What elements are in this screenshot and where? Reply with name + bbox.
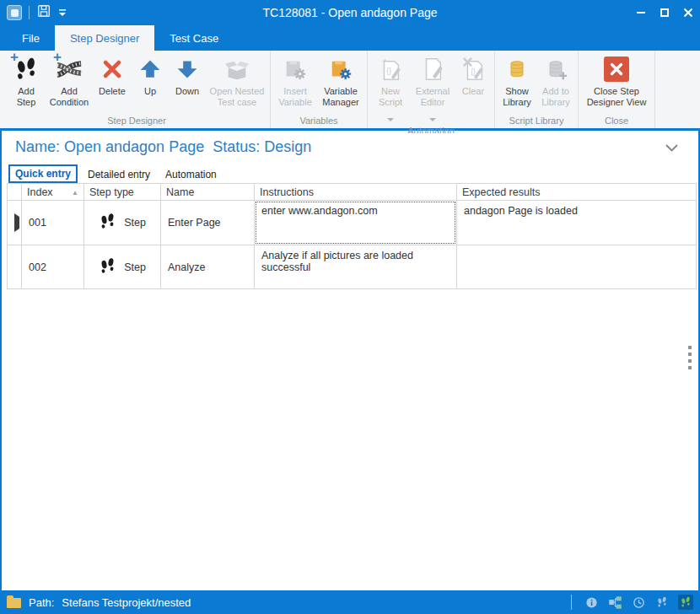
group-label-step-designer: Step Designer [6,115,267,129]
sort-ascending-icon: ▲ [72,189,78,197]
status-bar: Path: Stefans Testprojekt/nested [0,590,700,614]
down-button[interactable]: Down [168,52,207,115]
ribbon-group-script-library: Show Library [495,51,579,128]
steps-table: Index ▲ Step type Name Instructions Expe… [7,183,697,289]
expected-results-cell[interactable] [457,245,697,289]
delete-icon [98,55,127,83]
save-icon[interactable] [36,3,51,22]
path-label: Path: [29,596,54,609]
close-step-designer-view-label: Close Step Designer View [583,86,650,108]
qat-customize-dropdown-icon[interactable] [58,5,67,20]
folder-icon [7,598,21,608]
app-window: TC128081 - Open andagon Page File Step D… [0,0,700,614]
name-cell[interactable]: Enter Page [161,201,255,245]
footsteps-gray-icon[interactable] [654,595,670,610]
table-header-row: Index ▲ Step type Name Instructions Expe… [8,184,697,201]
subtab-automation[interactable]: Automation [158,166,224,183]
up-label: Up [144,86,156,97]
column-header-index[interactable]: Index ▲ [22,184,84,201]
expected-results-cell[interactable]: andagon Page is loaded [457,201,697,245]
footsteps-icon [99,257,116,277]
row-indicator-cell [8,245,22,289]
hierarchy-icon[interactable] [607,595,622,610]
open-nested-test-case-label: Open Nested Test case [208,86,266,108]
name-cell[interactable]: Analyze [161,245,255,289]
add-step-button[interactable]: + Add Step [6,52,46,115]
minimize-button[interactable] [629,0,653,25]
delete-label: Delete [99,86,126,97]
ribbon-group-close: Close Step Designer View Close [579,51,655,128]
table-row[interactable]: 001 Step Enter P [8,201,697,245]
splitter-grip-handle[interactable] [688,346,692,369]
close-button[interactable] [676,0,700,25]
title-bar: TC128081 - Open andagon Page [0,0,700,25]
table-row[interactable]: 002 Step Analyze [8,245,697,289]
column-header-name[interactable]: Name [161,184,255,201]
variable-manager-button[interactable]: Variable Manager [317,52,364,115]
ribbon-group-step-designer: + Add Step + [3,51,271,128]
external-editor-button[interactable]: External Editor [411,52,455,125]
step-type-label: Step [124,217,146,229]
up-arrow-icon [136,55,164,83]
ribbon-group-variables: Insert Variable Variable Manager Variabl… [271,51,368,128]
index-cell[interactable]: 002 [22,245,84,289]
maximize-button[interactable] [653,0,676,25]
add-to-library-label: Add to Library [538,86,573,108]
add-to-library-button[interactable]: Add to Library [536,52,575,115]
subtab-detailed-entry[interactable]: Detailed entry [80,166,158,183]
info-icon[interactable] [584,595,599,610]
status-separator [571,595,572,610]
clear-button[interactable]: {} Clear [455,52,492,115]
close-step-designer-view-icon [602,55,631,83]
clear-label: Clear [462,86,484,97]
insert-variable-button[interactable]: Insert Variable [273,52,317,115]
external-editor-dropdown-icon[interactable] [429,110,436,125]
step-type-cell[interactable]: Step [84,245,161,289]
new-script-icon: {} [376,55,405,83]
tab-step-designer[interactable]: Step Designer [55,25,154,51]
close-step-designer-view-button[interactable]: Close Step Designer View [581,52,652,115]
index-cell[interactable]: 001 [22,201,84,245]
step-type-cell[interactable]: Step [84,201,161,245]
status-bar-tools [571,595,693,610]
column-header-instructions[interactable]: Instructions [255,184,457,201]
footsteps-icon [99,213,116,233]
entry-subtabs: Quick entry Detailed entry Automation [8,163,698,183]
row-indicator-cell [8,201,22,245]
show-library-button[interactable]: Show Library [498,52,536,115]
instructions-cell[interactable]: Analyze if all pictures are loaded succe… [255,245,457,289]
collapse-chevron-icon[interactable] [665,140,678,155]
add-condition-button[interactable]: + Add Condition [46,52,92,115]
add-step-icon: + [12,55,40,83]
quick-access-toolbar [0,0,67,25]
column-header-expected-results[interactable]: Expected results [457,184,697,201]
app-icon[interactable] [7,5,22,20]
down-arrow-icon [173,55,202,83]
external-editor-label: External Editor [412,86,453,108]
new-script-button[interactable]: {} New Script [370,52,411,125]
svg-text:{}: {} [471,67,476,76]
delete-button[interactable]: Delete [92,52,132,115]
variable-manager-label: Variable Manager [319,86,363,108]
open-nested-test-case-button[interactable]: Open Nested Test case [207,52,267,115]
up-button[interactable]: Up [132,52,168,115]
column-header-step-type[interactable]: Step type [84,184,161,201]
panel-title: Name: Open andagon Page Status: Design [15,138,311,156]
tab-test-case[interactable]: Test Case [154,25,234,51]
add-condition-label: Add Condition [48,86,90,108]
qat-separator [29,6,30,19]
footsteps-active-icon[interactable] [678,595,693,610]
add-condition-icon: + [55,55,83,83]
history-icon[interactable] [631,595,646,610]
row-indicator-header [8,184,22,201]
insert-variable-icon [281,55,310,83]
current-row-arrow-icon [14,213,19,232]
tab-file[interactable]: File [7,25,55,51]
subtab-quick-entry[interactable]: Quick entry [8,164,78,183]
new-script-dropdown-icon[interactable] [387,110,394,125]
instructions-cell[interactable]: enter www.andagon.com [255,201,457,245]
show-library-label: Show Library [499,86,535,108]
new-script-label: New Script [372,86,409,108]
panel-header: Name: Open andagon Page Status: Design [2,133,698,158]
path-value: Stefans Testprojekt/nested [62,596,191,609]
